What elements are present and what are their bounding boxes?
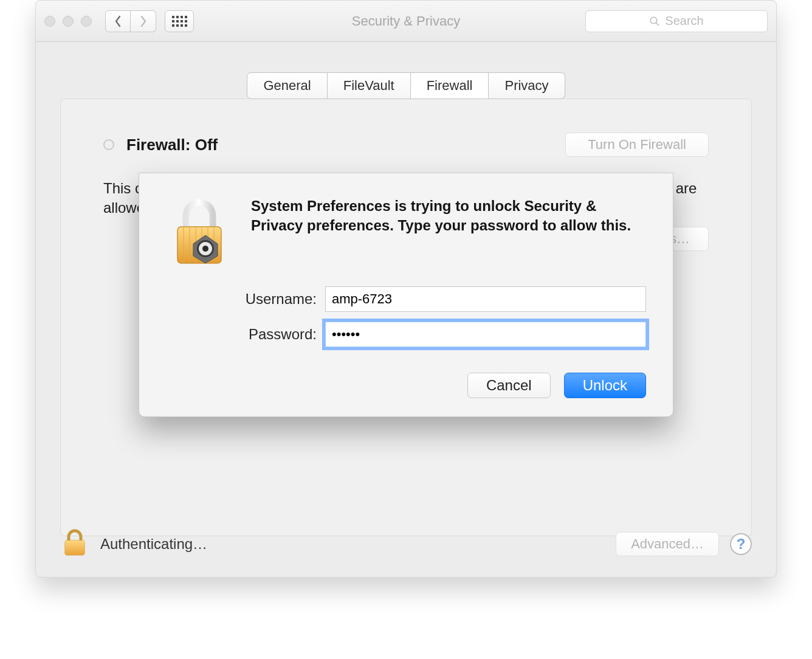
tab-general[interactable]: General <box>247 72 327 99</box>
tab-bar: General FileVault Firewall Privacy <box>60 72 752 99</box>
lock-icon <box>60 528 89 557</box>
auth-lock-icon <box>166 196 233 269</box>
svg-rect-3 <box>65 540 84 555</box>
lock-toggle[interactable] <box>60 528 89 560</box>
footer: Authenticating… Advanced… ? <box>60 528 752 560</box>
tab-firewall[interactable]: Firewall <box>411 72 489 99</box>
search-field[interactable]: Search <box>585 10 768 32</box>
search-placeholder: Search <box>665 14 703 28</box>
back-button[interactable] <box>105 10 131 32</box>
search-icon <box>649 16 660 27</box>
auth-form: Username: Password: <box>219 286 646 347</box>
tab-privacy[interactable]: Privacy <box>489 72 565 99</box>
show-all-button[interactable] <box>165 10 194 32</box>
firewall-status-row: Firewall: Off Turn On Firewall <box>103 133 709 157</box>
firewall-status-label: Firewall: Off <box>126 136 218 154</box>
dialog-buttons: Cancel Unlock <box>166 373 646 398</box>
cancel-button[interactable]: Cancel <box>467 373 551 398</box>
nav-buttons <box>105 10 156 32</box>
tab-filevault[interactable]: FileVault <box>328 72 411 99</box>
svg-point-14 <box>202 246 208 252</box>
zoom-window-button[interactable] <box>81 16 92 27</box>
chevron-right-icon <box>139 15 148 27</box>
window-controls <box>44 16 92 27</box>
username-label: Username: <box>219 291 317 308</box>
auth-message: System Preferences is trying to unlock S… <box>251 196 646 269</box>
preferences-window: Security & Privacy Search General FileVa… <box>35 0 777 578</box>
advanced-button[interactable]: Advanced… <box>616 532 719 556</box>
username-input[interactable] <box>325 286 646 312</box>
grid-icon <box>172 16 187 27</box>
lock-status-text: Authenticating… <box>100 536 207 553</box>
minimize-window-button[interactable] <box>63 16 74 27</box>
chevron-left-icon <box>114 15 122 27</box>
forward-button[interactable] <box>131 10 156 32</box>
toolbar: Security & Privacy Search <box>36 1 776 42</box>
turn-on-firewall-button[interactable]: Turn On Firewall <box>565 133 709 157</box>
status-indicator-icon <box>103 139 114 150</box>
unlock-button[interactable]: Unlock <box>564 373 646 398</box>
auth-dialog: System Preferences is trying to unlock S… <box>139 173 673 417</box>
close-window-button[interactable] <box>44 16 55 27</box>
content-area: General FileVault Firewall Privacy Firew… <box>36 42 776 577</box>
password-input[interactable] <box>325 322 646 347</box>
help-button[interactable]: ? <box>730 533 752 555</box>
password-label: Password: <box>219 326 317 343</box>
svg-line-1 <box>656 22 659 26</box>
